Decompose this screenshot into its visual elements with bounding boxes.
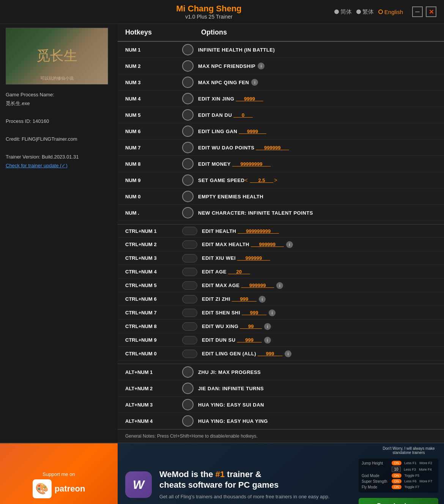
close-button[interactable]: ✕ — [426, 6, 436, 17]
option-toggle[interactable] — [182, 350, 197, 358]
window-controls: ─ ✕ — [412, 6, 436, 17]
dont-worry-text: Don't Worry, I will always make standalo… — [376, 446, 441, 455]
option-toggle[interactable] — [182, 142, 194, 153]
info-icon[interactable]: i — [285, 350, 291, 357]
info-icon[interactable]: i — [251, 79, 258, 86]
option-value[interactable]: ___0___ — [233, 112, 253, 118]
option-label: EDIT LING GEN (ALL) — [202, 351, 256, 356]
patreon-icon: 🎨 — [33, 479, 52, 498]
option-toggle[interactable] — [182, 207, 194, 218]
option-toggle[interactable] — [182, 254, 197, 262]
info-icon[interactable]: i — [269, 309, 276, 316]
option-toggle[interactable] — [182, 93, 194, 104]
stat-god-toggle[interactable]: ON — [392, 473, 401, 478]
option-label: EDIT XIN JING — [198, 96, 234, 102]
option-label: SET GAME SPEED — [198, 177, 245, 183]
option-value[interactable]: ___999999___ — [251, 242, 284, 247]
option-toggle[interactable] — [182, 240, 197, 249]
stat-fly-f7: Toggle F7 — [405, 485, 420, 489]
option-row: NUM 3MAX NPC QING FENi — [118, 74, 444, 91]
option-row: CTRL+NUM 7EDIT SHEN SHI___999___i — [118, 306, 444, 320]
option-toggle[interactable] — [182, 158, 194, 170]
info-icon[interactable]: i — [264, 323, 271, 330]
download-button[interactable]: Download now — [359, 498, 438, 504]
option-row: CTRL+NUM 3EDIT XIU WEI___999999___ — [118, 251, 444, 265]
lang-radio-simplified — [334, 9, 339, 14]
option-value[interactable]: ___999999___ — [237, 255, 270, 261]
option-row: NUM 8EDIT MONEY___99999999___ — [118, 156, 444, 172]
info-icon[interactable]: i — [264, 337, 271, 344]
option-hotkey: ALT+NUM 3 — [125, 402, 182, 408]
minimize-button[interactable]: ─ — [412, 6, 423, 17]
option-toggle[interactable] — [182, 322, 197, 331]
option-value[interactable]: ___999999___ — [241, 283, 274, 288]
info-icon[interactable]: i — [276, 282, 283, 289]
option-label: EMPTY ENEMIES HEALTH — [198, 194, 263, 199]
option-toggle[interactable] — [182, 268, 197, 276]
option-label: EDIT MAX HEALTH — [202, 242, 249, 247]
option-value[interactable]: ___999___ — [237, 337, 262, 343]
options-header: Hotkeys Options — [118, 24, 444, 42]
option-value[interactable]: ___20___ — [228, 269, 250, 275]
stat-jump-toggle[interactable]: ON — [392, 461, 401, 465]
lang-english[interactable]: English — [378, 9, 403, 15]
process-id: Process ID: 140160 — [6, 117, 112, 126]
speed-control[interactable]: <___2.5___> — [245, 177, 277, 183]
option-label: EDIT LING GAN — [198, 129, 237, 134]
option-toggle[interactable] — [182, 77, 194, 88]
option-toggle[interactable] — [182, 336, 197, 344]
stat-fly-toggle[interactable]: ON — [392, 485, 401, 489]
option-label: HUA YING: EASY SUI DAN — [198, 402, 264, 408]
option-toggle[interactable] — [182, 295, 197, 303]
option-label: JIE DAN: INFINITE TURNS — [198, 386, 264, 391]
option-value[interactable]: ___9999___ — [239, 129, 266, 134]
option-row: NUM 7EDIT WU DAO POINTS___999999___ — [118, 140, 444, 156]
option-value[interactable]: ___9999___ — [236, 96, 263, 102]
option-hotkey: CTRL+NUM 2 — [125, 242, 182, 247]
option-value[interactable]: ___99999999___ — [232, 161, 271, 167]
option-toggle[interactable] — [182, 126, 194, 137]
speed-arrow-right[interactable]: > — [274, 177, 277, 183]
lang-traditional[interactable]: 繁体 — [356, 8, 374, 16]
option-toggle[interactable] — [182, 399, 194, 410]
option-toggle[interactable] — [182, 191, 194, 202]
option-toggle[interactable] — [182, 281, 197, 290]
sidebar: 觅长生 可以玩的修仙小说 Game Process Name: 觅长生.exe … — [0, 24, 118, 443]
info-icon[interactable]: i — [259, 296, 266, 303]
option-value[interactable]: ___99___ — [240, 323, 262, 329]
options-panel: Hotkeys Options NUM 1INFINITE HEALTH (IN… — [118, 24, 444, 443]
info-icon[interactable]: i — [286, 241, 293, 248]
option-toggle[interactable] — [182, 227, 197, 235]
option-value[interactable]: ___999999999___ — [238, 228, 279, 234]
option-toggle[interactable] — [182, 383, 194, 394]
lang-simplified[interactable]: 简体 — [334, 8, 352, 16]
option-value[interactable]: ___999___ — [232, 296, 257, 302]
option-label: EDIT XIU WEI — [202, 255, 236, 261]
option-toggle[interactable] — [182, 366, 194, 378]
wemod-logo: W — [133, 478, 144, 492]
general-notes: General Notes: Press Ctrl+Shift+Home to … — [118, 429, 444, 443]
option-value[interactable]: ___999___ — [242, 310, 266, 316]
option-hotkey: NUM 9 — [125, 177, 182, 183]
option-value[interactable]: ___999___ — [258, 351, 282, 356]
info-icon[interactable]: i — [258, 63, 265, 69]
option-toggle[interactable] — [182, 109, 194, 121]
trainer-version: v1.0 Plus 25 Trainer — [83, 14, 334, 20]
option-toggle[interactable] — [182, 174, 194, 186]
option-row: ALT+NUM 2JIE DAN: INFINITE TURNS — [118, 380, 444, 397]
stat-strength-toggle[interactable]: ON — [392, 479, 401, 484]
option-value[interactable]: ___999999___ — [256, 145, 289, 151]
option-toggle[interactable] — [182, 415, 194, 427]
ad-text-area: WeMod is the #1 trainer & cheats softwar… — [159, 469, 345, 501]
option-label: ZHU JI: MAX PROGRESS — [198, 369, 261, 375]
option-toggle[interactable] — [182, 60, 194, 72]
option-hotkey: CTRL+NUM 6 — [125, 296, 182, 302]
option-toggle[interactable] — [182, 309, 197, 317]
option-row: NUM 1INFINITE HEALTH (IN BATTLE) — [118, 42, 444, 58]
option-label: EDIT DUN SU — [202, 337, 236, 343]
option-toggle[interactable] — [182, 44, 194, 55]
speed-arrow-left[interactable]: < — [245, 177, 248, 183]
check-update-link[interactable]: Check for trainer update (✓) — [6, 163, 68, 168]
option-hotkey: ALT+NUM 1 — [125, 369, 182, 375]
stat-row-strength: Super Strength ON Less F6 More F7 — [362, 479, 435, 484]
